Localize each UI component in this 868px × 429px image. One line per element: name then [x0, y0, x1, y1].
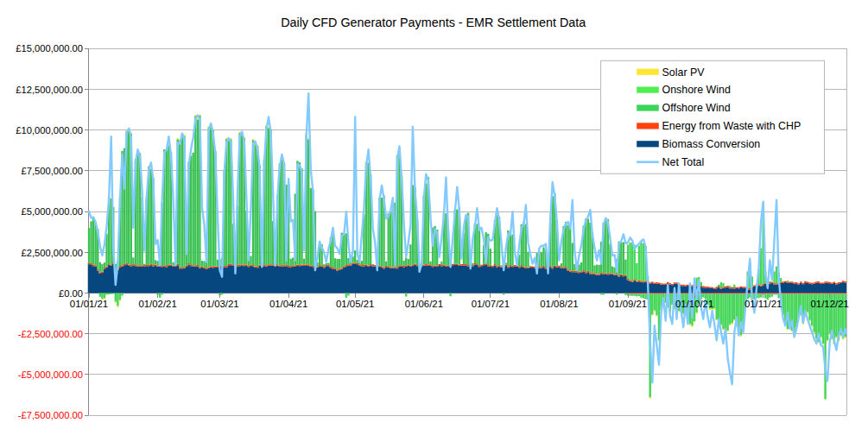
svg-text:01/12/21: 01/12/21: [811, 299, 849, 309]
svg-text:Onshore Wind: Onshore Wind: [662, 84, 731, 96]
svg-text:01/02/21: 01/02/21: [138, 299, 176, 309]
svg-text:£2,500,000.00: £2,500,000.00: [21, 248, 83, 258]
svg-text:01/08/21: 01/08/21: [540, 299, 578, 309]
svg-text:01/09/21: 01/09/21: [609, 299, 647, 309]
svg-text:Daily CFD Generator Payments -: Daily CFD Generator Payments - EMR Settl…: [281, 16, 586, 29]
svg-text:-£5,000,000.00: -£5,000,000.00: [18, 369, 83, 380]
svg-text:Solar PV: Solar PV: [662, 66, 706, 79]
svg-text:Energy from Waste with CHP: Energy from Waste with CHP: [662, 120, 801, 132]
svg-text:£10,000,000.00: £10,000,000.00: [16, 125, 83, 136]
svg-text:£15,000,000.00: £15,000,000.00: [16, 43, 83, 54]
svg-text:£5,000,000.00: £5,000,000.00: [21, 206, 83, 217]
svg-text:01/01/21: 01/01/21: [70, 299, 108, 309]
svg-text:01/06/21: 01/06/21: [405, 299, 443, 309]
svg-text:01/10/21: 01/10/21: [675, 299, 713, 309]
svg-text:01/03/21: 01/03/21: [200, 299, 238, 309]
svg-text:01/04/21: 01/04/21: [269, 299, 307, 309]
svg-text:£12,500,000.00: £12,500,000.00: [16, 85, 83, 95]
svg-text:£0.00: £0.00: [59, 288, 83, 299]
svg-text:-£2,500,000.00: -£2,500,000.00: [18, 329, 83, 339]
svg-text:-£7,500,000.00: -£7,500,000.00: [18, 410, 83, 420]
svg-text:£7,500,000.00: £7,500,000.00: [21, 166, 83, 176]
svg-text:01/05/21: 01/05/21: [336, 299, 374, 309]
svg-text:Biomass Conversion: Biomass Conversion: [662, 138, 761, 150]
svg-text:01/11/21: 01/11/21: [744, 299, 782, 309]
svg-text:Offshore Wind: Offshore Wind: [662, 102, 731, 114]
svg-text:Net Total: Net Total: [662, 156, 705, 168]
svg-text:01/07/21: 01/07/21: [472, 299, 510, 309]
